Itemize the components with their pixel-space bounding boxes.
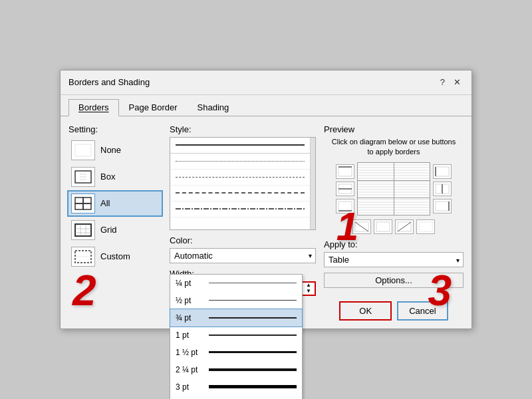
style-list[interactable]: [170, 138, 310, 229]
apply-to-wrapper: Table Cell Paragraph ▾: [324, 252, 464, 267]
color-label: Color:: [170, 235, 316, 245]
style-line-dashed1: [176, 177, 305, 178]
setting-none-icon: [71, 140, 95, 160]
width-option-2quarter[interactable]: 2 ¼ pt: [170, 361, 302, 378]
style-line-dashdot: [176, 208, 305, 209]
style-line-dotted: [176, 161, 305, 162]
preview-btn-top-border[interactable]: [336, 164, 354, 179]
preview-panel: Preview Click on diagram below or use bu…: [324, 124, 464, 321]
setting-custom[interactable]: Custom: [68, 245, 162, 269]
style-scrollbar[interactable]: [310, 138, 315, 229]
style-item-dotted[interactable]: [170, 154, 310, 170]
preview-btn-right-border[interactable]: [433, 199, 452, 213]
setting-grid-label: Grid: [100, 225, 117, 235]
ok-button[interactable]: OK: [339, 301, 392, 321]
preview-table: [357, 162, 430, 215]
width-option-1half[interactable]: 1 ½ pt: [170, 344, 302, 361]
width-option-half[interactable]: ½ pt: [170, 292, 302, 309]
apply-label: Apply to:: [324, 239, 464, 249]
setting-custom-icon: [71, 247, 95, 267]
style-line-solid: [176, 144, 305, 146]
svg-rect-8: [83, 203, 91, 209]
tab-shading[interactable]: Shading: [188, 99, 239, 116]
width-spinner[interactable]: ▲ ▼: [301, 281, 316, 296]
svg-rect-7: [75, 203, 83, 209]
color-select[interactable]: Automatic: [170, 248, 316, 263]
svg-line-32: [398, 222, 411, 231]
title-bar-controls: ? ✕: [440, 76, 464, 89]
svg-rect-0: [75, 144, 91, 156]
apply-to-select[interactable]: Table Cell Paragraph: [324, 252, 464, 267]
width-option-1pt[interactable]: 1 pt: [170, 327, 302, 344]
preview-btn-outside[interactable]: [416, 219, 435, 234]
width-option-three-quarter[interactable]: ¾ pt: [170, 309, 302, 327]
svg-rect-30: [376, 222, 390, 231]
preview-btn-center-vertical[interactable]: [433, 182, 452, 196]
setting-all-icon: [71, 194, 95, 213]
preview-btn-diagonal-up[interactable]: [395, 219, 414, 234]
setting-box-label: Box: [100, 172, 115, 182]
preview-label: Preview: [324, 124, 464, 134]
style-item-dashed1[interactable]: [170, 170, 310, 186]
preview-btn-middle-border[interactable]: [336, 182, 354, 196]
setting-panel: Setting: None Box: [68, 124, 162, 321]
close-button[interactable]: ✕: [450, 76, 464, 89]
svg-rect-26: [436, 201, 449, 211]
style-panel: Style:: [170, 124, 316, 321]
setting-grid[interactable]: Grid: [68, 218, 162, 242]
style-line-dashed2: [176, 192, 305, 194]
setting-label: Setting:: [68, 124, 162, 134]
title-bar: Borders and Shading ? ✕: [61, 70, 471, 95]
svg-rect-20: [338, 201, 352, 211]
width-spinner-down[interactable]: ▼: [303, 289, 315, 295]
width-dropdown: ¼ pt ½ pt ¾ pt 1 pt 1 ½ pt: [170, 274, 303, 399]
bottom-buttons: OK Cancel: [324, 301, 464, 321]
svg-rect-16: [338, 167, 352, 176]
preview-right-buttons: [433, 164, 452, 213]
preview-description: Click on diagram below or use buttonsto …: [324, 137, 464, 158]
preview-btn-no-border[interactable]: [374, 219, 392, 234]
style-item-dashdot[interactable]: [170, 201, 310, 217]
help-button[interactable]: ?: [440, 77, 445, 87]
svg-rect-9: [75, 224, 91, 236]
setting-all[interactable]: All: [68, 192, 162, 215]
preview-row: [336, 162, 452, 215]
width-option-4half[interactable]: 4 ½ pt: [170, 396, 302, 399]
preview-bottom-buttons: [352, 219, 435, 234]
svg-rect-6: [83, 198, 91, 203]
setting-box-icon: [71, 167, 95, 187]
dialog-content: Setting: None Box: [61, 116, 471, 329]
setting-custom-label: Custom: [100, 251, 130, 261]
style-label: Style:: [170, 124, 316, 134]
cancel-button[interactable]: Cancel: [397, 301, 448, 321]
setting-grid-icon: [71, 220, 95, 240]
style-item-solid[interactable]: [170, 138, 310, 154]
preview-btn-left-border[interactable]: [433, 164, 452, 179]
dialog-title: Borders and Shading: [68, 77, 150, 87]
width-option-3pt[interactable]: 3 pt: [170, 378, 302, 396]
preview-container: [324, 162, 464, 234]
preview-left-buttons: [336, 164, 354, 213]
setting-all-label: All: [100, 198, 110, 208]
apply-section: Apply to: Table Cell Paragraph ▾ Options…: [324, 239, 464, 293]
preview-btn-bottom-border[interactable]: [336, 199, 354, 213]
style-item-dashed2[interactable]: [170, 186, 310, 201]
width-option-quarter[interactable]: ¼ pt: [170, 275, 302, 292]
preview-box[interactable]: [357, 162, 430, 215]
setting-none[interactable]: None: [68, 138, 162, 162]
preview-btn-diagonal-down[interactable]: [352, 219, 371, 234]
svg-line-29: [355, 222, 368, 231]
svg-rect-33: [419, 222, 432, 231]
options-button[interactable]: Options...: [324, 273, 464, 288]
setting-none-label: None: [100, 145, 121, 155]
svg-rect-22: [436, 167, 449, 176]
tab-borders[interactable]: Borders: [68, 99, 119, 116]
setting-box[interactable]: Box: [68, 165, 162, 189]
tab-bar: Borders Page Border Shading: [61, 95, 471, 116]
svg-rect-5: [75, 198, 83, 203]
color-select-wrapper: Automatic ▾: [170, 248, 316, 263]
tab-page-border[interactable]: Page Border: [119, 99, 188, 116]
setting-items: None Box: [68, 138, 162, 269]
style-list-container: [170, 137, 316, 230]
